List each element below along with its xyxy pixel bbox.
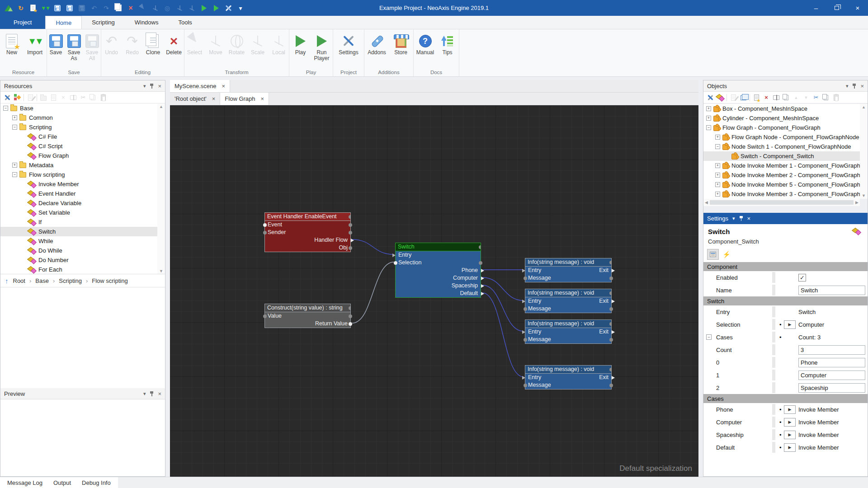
scroll-left-icon[interactable]: ◀ xyxy=(705,200,708,205)
expander-icon[interactable]: − xyxy=(12,172,17,177)
delete-icon[interactable]: × xyxy=(763,94,770,101)
reference-button[interactable]: ▶ xyxy=(784,443,796,452)
close-button[interactable]: × xyxy=(847,0,868,16)
node-info-2[interactable]: Info(string message) : voidEntryExitMess… xyxy=(525,289,612,313)
pin-icon[interactable] xyxy=(522,300,525,303)
play-button[interactable]: Play xyxy=(290,32,311,56)
tree-item-event-handler[interactable]: Event Handler xyxy=(0,189,158,198)
pin-icon[interactable] xyxy=(351,239,354,242)
pin-icon[interactable] xyxy=(609,322,611,326)
tree-item-common[interactable]: +Common xyxy=(0,113,158,122)
pin-icon[interactable] xyxy=(394,261,397,265)
pin-icon[interactable] xyxy=(349,246,352,250)
pin-icon[interactable] xyxy=(263,314,267,318)
expander-icon[interactable]: + xyxy=(715,182,720,187)
breadcrumb-item-base[interactable]: Base xyxy=(35,277,49,284)
pin-icon[interactable] xyxy=(524,384,527,387)
expander-icon[interactable]: + xyxy=(715,173,720,178)
pin-icon[interactable] xyxy=(349,231,352,235)
run-player-icon[interactable] xyxy=(212,4,220,12)
store-button[interactable]: Store xyxy=(389,32,412,56)
tree-item-scripting[interactable]: −Scripting xyxy=(0,122,158,132)
breadcrumb-item-root[interactable]: Root xyxy=(13,277,25,284)
save-button[interactable]: Save xyxy=(47,32,65,56)
pin-icon[interactable] xyxy=(263,223,267,227)
new-resource-icon[interactable] xyxy=(14,94,21,101)
pin-icon[interactable] xyxy=(524,277,527,280)
tree-item-node-invoke-member-5-component-flowgraphnode[interactable]: +Node Invoke Member 5 - Component_FlowGr… xyxy=(703,180,860,189)
tab-root-object[interactable]: 'Root object'× xyxy=(170,93,220,105)
copy-icon[interactable] xyxy=(822,94,830,101)
tree-item-do-number[interactable]: Do Number xyxy=(0,255,158,265)
maximize-button[interactable] xyxy=(826,0,847,16)
pin-icon[interactable] xyxy=(612,330,615,334)
ribbon-tab-windows[interactable]: Windows xyxy=(125,16,169,29)
wire-4[interactable] xyxy=(482,285,524,331)
minimize-button[interactable]: – xyxy=(806,0,826,16)
pin-icon[interactable] xyxy=(612,269,615,272)
pin-icon[interactable] xyxy=(609,261,611,264)
pin-icon[interactable] xyxy=(150,391,154,397)
tab-debug-info[interactable]: Debug Info xyxy=(77,479,115,486)
close-icon[interactable]: × xyxy=(158,390,161,397)
chevron-down-icon[interactable]: ▾ xyxy=(732,216,735,221)
play-icon[interactable] xyxy=(200,4,208,12)
rename-icon[interactable] xyxy=(773,94,780,101)
close-icon[interactable]: × xyxy=(158,83,161,89)
tab-message-log[interactable]: Message Log xyxy=(3,479,47,486)
wire-5[interactable] xyxy=(482,293,524,377)
tree-item-if[interactable]: If xyxy=(0,217,158,227)
reference-button[interactable]: ▶ xyxy=(784,405,796,414)
node-construct[interactable]: Construct(string value) : stringValueRet… xyxy=(264,304,351,328)
tips-button[interactable]: Tips xyxy=(437,32,458,56)
tree-item-node-switch-1-component-flowgraphnode[interactable]: −Node Switch 1 - Component_FlowGraphNode xyxy=(703,142,860,151)
node-info-4[interactable]: Info(string message) : voidEntryExitMess… xyxy=(525,365,612,389)
import-button[interactable]: ▼▼Import xyxy=(24,32,46,56)
settings-tab-properties[interactable] xyxy=(707,249,719,260)
value-input[interactable]: Phone xyxy=(798,358,865,367)
close-icon[interactable]: × xyxy=(212,95,216,102)
value-input[interactable]: Computer xyxy=(798,371,865,380)
pin-icon[interactable] xyxy=(522,376,525,380)
chevron-down-icon[interactable]: ▾ xyxy=(143,391,146,397)
scroll-right-icon[interactable]: ▶ xyxy=(855,200,859,205)
tree-item-c-script[interactable]: C# Script xyxy=(0,141,158,151)
pin-icon[interactable] xyxy=(481,269,484,272)
pin-icon[interactable] xyxy=(524,307,527,311)
tree-item-flow-graph-component-flowgraph[interactable]: −Flow Graph - Component_FlowGraph xyxy=(703,123,860,132)
expander-icon[interactable]: + xyxy=(715,163,720,168)
new-button[interactable]: New xyxy=(1,32,23,56)
pin-icon[interactable] xyxy=(263,231,267,235)
ribbon-tab-home[interactable]: Home xyxy=(45,16,82,29)
tab-myscene-scene[interactable]: MyScene.scene× xyxy=(170,80,230,92)
tree-item-node-invoke-member-2-component-flowgraphnode[interactable]: +Node Invoke Member 2 - Component_FlowGr… xyxy=(703,170,860,180)
expander-icon[interactable]: − xyxy=(706,334,712,340)
pin-icon[interactable] xyxy=(739,216,743,221)
scroll-thumb[interactable] xyxy=(710,200,854,205)
pin-icon[interactable] xyxy=(481,277,484,280)
duplicate-icon[interactable] xyxy=(783,94,790,101)
tree-item-declare-variable[interactable]: Declare Variable xyxy=(0,198,158,208)
pin-icon[interactable] xyxy=(609,291,611,295)
pin-icon[interactable] xyxy=(479,261,482,265)
ribbon-tab-scripting[interactable]: Scripting xyxy=(82,16,125,29)
neoaxis-logo-icon[interactable] xyxy=(5,4,13,12)
expander-icon[interactable]: + xyxy=(706,116,711,121)
tree-item-set-variable[interactable]: Set Variable xyxy=(0,208,158,217)
manual-button[interactable]: ?Manual xyxy=(415,32,436,56)
pin-icon[interactable] xyxy=(522,330,525,334)
tree-item-switch[interactable]: Switch xyxy=(0,227,158,236)
expander-icon[interactable]: + xyxy=(706,106,711,111)
tree-item-invoke-member[interactable]: Invoke Member xyxy=(0,179,158,189)
pin-icon[interactable] xyxy=(609,368,611,371)
pin-icon[interactable] xyxy=(481,284,484,288)
tree-item-switch-component-switch[interactable]: Switch - Component_Switch xyxy=(703,151,860,161)
save-as-icon[interactable] xyxy=(66,4,74,12)
pin-icon[interactable] xyxy=(852,83,856,89)
tree-item-do-while[interactable]: Do While xyxy=(0,246,158,255)
tree-item-c-file[interactable]: C# File xyxy=(0,132,158,141)
settings-button[interactable]: Settings xyxy=(335,32,363,56)
expander-icon[interactable]: + xyxy=(12,115,17,120)
chevron-down-icon[interactable]: ▾ xyxy=(143,83,146,89)
tree-item-box-component-meshinspace[interactable]: +Box - Component_MeshInSpace xyxy=(703,104,860,113)
